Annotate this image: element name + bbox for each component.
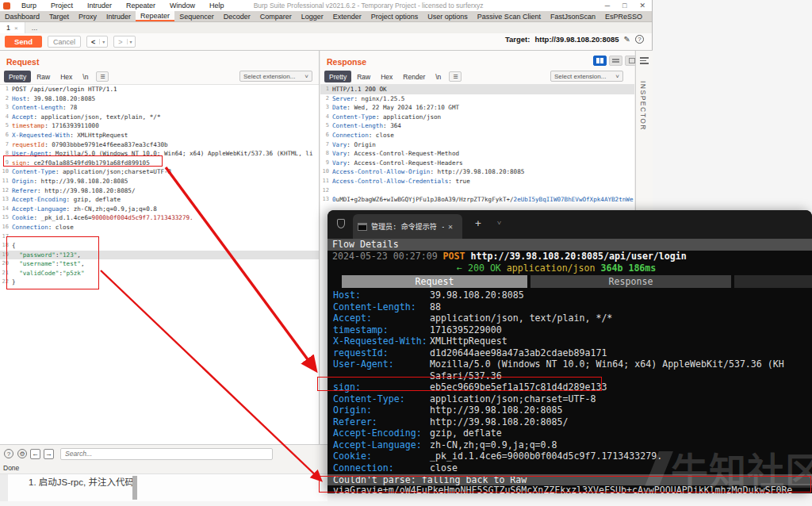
tab-user-options[interactable]: User options — [423, 11, 473, 21]
editor-tab-raw[interactable]: Raw — [32, 71, 55, 82]
tab-sequencer[interactable]: Sequencer — [174, 11, 219, 21]
terminal-content[interactable]: Flow Details 2024-05-23 00:27:09 POST ht… — [327, 239, 812, 493]
send-button[interactable]: Send — [5, 36, 42, 48]
code-line-4: 4Content-Type: application/json — [320, 113, 634, 122]
menu-window[interactable]: Window — [163, 2, 202, 10]
tab-request[interactable]: Request — [342, 275, 527, 288]
response-editor-tabs: PrettyRawHexRender\n☰ — [324, 71, 462, 82]
tab-dropdown-icon[interactable]: ˅ — [497, 219, 501, 227]
edit-target-icon[interactable]: ✎ — [624, 35, 630, 44]
layout-rows-button[interactable] — [609, 56, 622, 66]
flow-status: ← 200 OK — [457, 263, 501, 274]
editor-tab-hex[interactable]: Hex — [56, 71, 77, 82]
editor-tab-hex[interactable]: Hex — [376, 71, 397, 82]
menu-bar: BurpProjectIntruderRepeaterWindowHelp — [14, 2, 232, 10]
terminal-tab[interactable]: 管理员: 命令提示符 - mitmpro ✕ — [353, 214, 462, 239]
cancel-button[interactable]: Cancel — [48, 36, 81, 48]
tab-logger[interactable]: Logger — [297, 11, 328, 21]
menu-project[interactable]: Project — [44, 2, 80, 10]
search-next-icon[interactable]: → — [44, 449, 54, 459]
menu-burp[interactable]: Burp — [14, 2, 44, 10]
forward-dropdown-icon[interactable]: ▾ — [127, 39, 135, 44]
flow-header-host: Host:39.98.108.20:8085 — [327, 289, 812, 301]
code-line-3: 3Content-Length: 78 — [0, 103, 319, 113]
back-arrow-icon[interactable]: < — [87, 38, 99, 46]
main-tab-bar: DashboardTargetProxyIntruderRepeaterSequ… — [0, 11, 652, 22]
target-row: Target: http://39.98.108.20:8085 ✎ ? — [505, 35, 644, 44]
code-line-11: 11Access-Control-Allow-Credentials: true — [320, 177, 634, 186]
chevron-down-icon: ˅ — [615, 73, 619, 80]
editor-tab-render[interactable]: Render — [398, 71, 430, 82]
gear-icon[interactable]: ⚙ — [17, 449, 27, 458]
close-tab-icon[interactable]: × — [14, 25, 18, 32]
tab-dashboard[interactable]: Dashboard — [0, 11, 44, 21]
chevron-down-icon: ˅ — [304, 73, 308, 80]
tab-response[interactable]: Response — [530, 275, 731, 288]
menu-repeater[interactable]: Repeater — [119, 2, 163, 10]
code-line-6: 6X-Requested-With: XMLHttpRequest — [0, 131, 319, 140]
flow-method: POST — [443, 251, 465, 262]
layout-columns-button[interactable] — [593, 56, 607, 66]
tab-comparer[interactable]: Comparer — [255, 11, 297, 21]
close-icon[interactable]: ✕ — [639, 2, 645, 10]
editor-tab-raw[interactable]: Raw — [352, 71, 375, 82]
tab-proxy[interactable]: Proxy — [74, 11, 102, 21]
search-input[interactable] — [60, 448, 273, 460]
close-tab-icon[interactable]: ✕ — [448, 222, 453, 231]
code-line-15: 15Cookie: _pk_id.1.4ce6=9000b0f004d5c9f7… — [0, 213, 319, 223]
back-dropdown-icon[interactable]: ▾ — [99, 39, 107, 44]
notes-scrollbar[interactable] — [132, 476, 137, 500]
repeater-tab-1[interactable]: 1 × — [0, 22, 25, 33]
code-line-12: 12 — [320, 186, 634, 196]
editor-menu-icon[interactable]: ☰ — [96, 71, 109, 82]
help-icon[interactable]: ? — [635, 35, 644, 44]
code-line-11: 11Origin: http://39.98.108.20:8085 — [0, 177, 319, 186]
tab-repeater[interactable]: Repeater — [136, 11, 174, 21]
flow-header-connection: Connection:close — [327, 462, 812, 474]
editor-tab-n[interactable]: \n — [78, 71, 93, 82]
repeater-tab-bar: 1 × ... — [0, 22, 652, 33]
menu-help[interactable]: Help — [202, 2, 232, 10]
burp-app-icon — [3, 2, 10, 10]
tab-passive-scan-client[interactable]: Passive Scan Client — [473, 11, 546, 21]
history-back-button[interactable]: < ▾ — [86, 36, 108, 48]
editor-menu-icon[interactable]: ☰ — [449, 71, 462, 82]
help-icon[interactable]: ? — [4, 449, 13, 458]
tab-target[interactable]: Target — [44, 11, 74, 21]
editor-tab-n[interactable]: \n — [431, 71, 446, 82]
tab-espresso[interactable]: EsPReSSO — [600, 11, 647, 21]
maximize-icon[interactable]: □ — [622, 2, 626, 10]
new-tab-icon[interactable]: + — [475, 217, 481, 229]
editor-tab-pretty[interactable]: Pretty — [324, 71, 351, 82]
request-select-extension[interactable]: Select extension... ˅ — [239, 71, 312, 82]
tab-project-options[interactable]: Project options — [366, 11, 423, 21]
inspector-collapse-icon[interactable] — [640, 57, 653, 64]
tab-decoder[interactable]: Decoder — [219, 11, 255, 21]
tab-fastjsonscan[interactable]: FastJsonScan — [546, 11, 600, 21]
code-line-9: 9Vary: Access-Control-Request-Headers — [320, 159, 634, 168]
admin-shield-icon — [337, 219, 345, 228]
terminal-tab-title: 管理员: 命令提示符 - mitmpro — [371, 221, 444, 232]
response-select-extension[interactable]: Select extension... ˅ — [550, 71, 623, 82]
screen: BurpProjectIntruderRepeaterWindowHelp Bu… — [0, 0, 812, 506]
flow-header-user-agent: User-Agent:Mozilla/5.0 (Windows NT 10.0;… — [327, 358, 812, 370]
response-select-extension-label: Select extension... — [554, 73, 606, 80]
annotation-box-request-body — [6, 236, 99, 289]
tab-extender[interactable]: Extender — [328, 11, 366, 21]
console-icon — [358, 223, 367, 231]
flow-header-cookie: Cookie:_pk_id.1.4ce6=9000b0f004d5c9f7.17… — [327, 450, 812, 462]
history-forward-button[interactable]: > ▾ — [113, 36, 135, 48]
repeater-tab-more[interactable]: ... — [25, 22, 44, 33]
flow-header-referer: Referer:http://39.98.108.20:8085/ — [327, 416, 812, 428]
code-line-2: 2Server: nginx/1.25.5 — [320, 94, 634, 104]
tab-intruder[interactable]: Intruder — [102, 11, 136, 21]
search-prev-icon[interactable]: ← — [30, 449, 40, 459]
repeater-tab-1-label: 1 — [6, 24, 10, 32]
code-line-10: 10Content-Type: application/json;charset… — [0, 167, 319, 177]
forward-arrow-icon[interactable]: > — [114, 38, 126, 46]
editor-tab-pretty[interactable]: Pretty — [4, 71, 31, 82]
code-line-6: 6Connection: close — [320, 131, 634, 140]
minimize-icon[interactable]: ─ — [605, 2, 610, 10]
code-line-7: 7requestId: 07903bbbe9791e4f6eea837ea3cf… — [0, 140, 319, 150]
menu-intruder[interactable]: Intruder — [80, 2, 119, 10]
